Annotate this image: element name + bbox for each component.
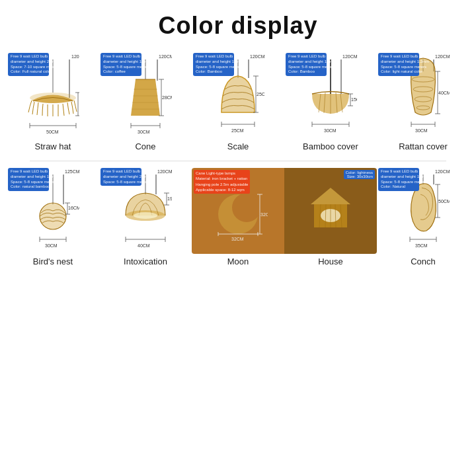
svg-text:120CM: 120CM bbox=[71, 54, 79, 59]
label-moon: Moon bbox=[192, 257, 284, 266]
svg-text:25CM: 25CM bbox=[257, 92, 264, 97]
svg-text:32CM: 32CM bbox=[231, 237, 244, 241]
item-cone: Free 9 watt LED bulbdiameter and height … bbox=[99, 53, 192, 151]
svg-point-96 bbox=[232, 193, 261, 222]
svg-text:19CM: 19CM bbox=[167, 196, 172, 201]
item-birds-nest: Free 9 watt LED bulbdiameter and height … bbox=[7, 168, 99, 266]
label-cone: Cone bbox=[135, 141, 155, 151]
badge-conch: Free 9 watt LED bulbdiameter and height … bbox=[378, 168, 419, 191]
svg-text:120CM: 120CM bbox=[435, 169, 450, 174]
svg-text:120CM: 120CM bbox=[435, 54, 450, 59]
svg-text:120CM: 120CM bbox=[159, 54, 172, 59]
svg-text:120CM: 120CM bbox=[342, 54, 357, 59]
moon-house-labels: Moon House bbox=[192, 254, 377, 266]
item-scale: Free 9 watt LED bulbdiameter and height … bbox=[192, 53, 284, 151]
svg-text:50CM: 50CM bbox=[438, 199, 450, 204]
label-rattan-cover: Rattan cover bbox=[399, 141, 448, 151]
svg-text:125CM: 125CM bbox=[65, 169, 79, 174]
svg-text:120CM: 120CM bbox=[157, 169, 172, 174]
svg-point-86 bbox=[134, 212, 157, 219]
item-bamboo-cover: Free 9 watt LED bulbdiameter and height … bbox=[284, 53, 377, 151]
svg-text:30CM: 30CM bbox=[324, 128, 337, 133]
page-title: Color display bbox=[158, 12, 317, 40]
svg-text:25CM: 25CM bbox=[231, 128, 244, 133]
label-straw-hat: Straw hat bbox=[35, 141, 71, 151]
moon-house-panel: Cane Light-type lampsMaterial: iron brac… bbox=[192, 168, 377, 254]
svg-text:28CM: 28CM bbox=[162, 95, 172, 100]
label-conch: Conch bbox=[411, 257, 436, 266]
label-house: House bbox=[284, 257, 377, 266]
label-birds-nest: Bird's nest bbox=[33, 257, 73, 266]
svg-text:50CM: 50CM bbox=[46, 130, 59, 134]
badge-straw: Free 9 watt LED bulbdiameter and height … bbox=[8, 53, 49, 76]
item-rattan-cover: Free 9 watt LED bulbdiameter and height … bbox=[377, 53, 469, 151]
badge-intox: Free 9 watt LED bulbdiameter and height … bbox=[100, 168, 141, 186]
page: Color display Free 9 watt LED bulbdiamet… bbox=[0, 0, 476, 476]
svg-marker-105 bbox=[311, 188, 350, 204]
item-conch: Free 9 watt LED bulbdiameter and height … bbox=[377, 168, 469, 266]
item-intoxication: Free 9 watt LED bulbdiameter and height … bbox=[99, 168, 192, 266]
svg-text:30CM: 30CM bbox=[138, 130, 150, 134]
svg-text:40CM: 40CM bbox=[438, 91, 450, 95]
badge-rattan: Free 9 watt LED bulbdiameter and height … bbox=[378, 53, 419, 76]
svg-text:40CM: 40CM bbox=[138, 243, 150, 248]
item-straw-hat: Free 9 watt LED bulbdiameter and height … bbox=[7, 53, 99, 151]
badge-cone: Free 9 watt LED bulbdiameter and height … bbox=[100, 53, 141, 76]
moon-special-label: Cane Light-type lampsMaterial: iron brac… bbox=[194, 170, 250, 194]
badge-birdnest: Free 9 watt LED bulbdiameter and height … bbox=[8, 168, 49, 191]
special-panel-container: Cane Light-type lampsMaterial: iron brac… bbox=[192, 168, 377, 266]
house-color-label: Color: lightnessSize: 30x30cm bbox=[344, 170, 375, 179]
house-section: Color: lightnessSize: 30x30cm bbox=[284, 168, 377, 254]
svg-text:30CM: 30CM bbox=[45, 243, 58, 248]
label-scale: Scale bbox=[227, 141, 249, 151]
badge-scale: Free 9 watt LED bulbdiameter and height … bbox=[193, 53, 234, 76]
svg-text:16CM: 16CM bbox=[68, 206, 79, 210]
row2: Free 9 watt LED bulbdiameter and height … bbox=[7, 168, 469, 266]
row-divider bbox=[30, 161, 446, 161]
svg-text:15CM: 15CM bbox=[351, 97, 357, 102]
label-intoxication: Intoxication bbox=[124, 257, 167, 266]
moon-section: Cane Light-type lampsMaterial: iron brac… bbox=[192, 168, 284, 254]
svg-text:120CM: 120CM bbox=[250, 54, 264, 59]
lamp-house-svg bbox=[301, 178, 360, 244]
badge-bamboo: Free 9 watt LED bulbdiameter and height … bbox=[286, 53, 327, 76]
label-bamboo-cover: Bamboo cover bbox=[303, 141, 358, 151]
svg-text:35CM: 35CM bbox=[415, 243, 428, 248]
svg-text:32CM: 32CM bbox=[260, 212, 268, 217]
svg-text:30CM: 30CM bbox=[415, 128, 428, 133]
row1: Free 9 watt LED bulbdiameter and height … bbox=[7, 53, 469, 151]
